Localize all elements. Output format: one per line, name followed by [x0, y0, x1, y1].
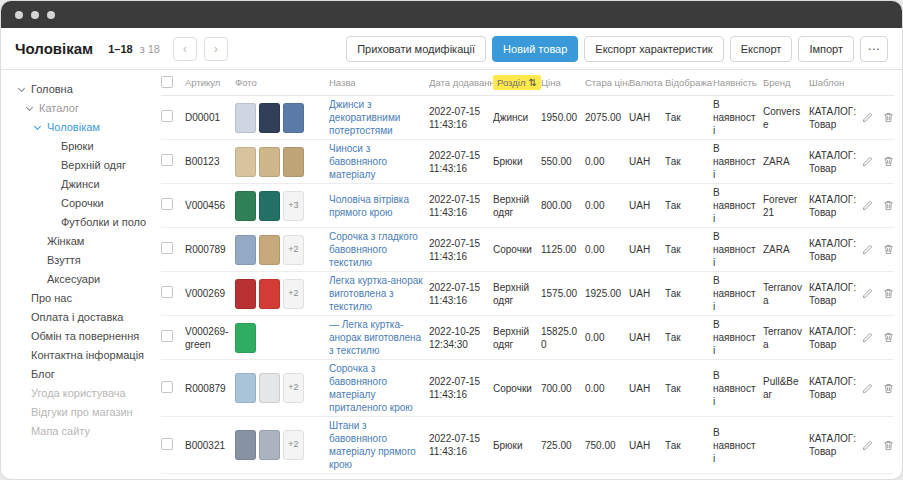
header-button-export[interactable]: Експорт [730, 36, 793, 62]
row-checkbox[interactable] [161, 381, 173, 393]
product-thumbnail[interactable] [259, 191, 280, 221]
window-control-close[interactable] [15, 11, 23, 19]
edit-icon[interactable] [863, 287, 874, 300]
sidebar-item[interactable]: Верхній одяг [1, 156, 153, 175]
chevron-down-icon[interactable] [18, 85, 25, 92]
row-checkbox[interactable] [161, 242, 173, 254]
product-thumbnail[interactable] [235, 191, 256, 221]
product-thumbnail[interactable] [235, 147, 256, 177]
product-name-link[interactable]: Легка куртка-анорак виготовлена з тексти… [329, 275, 423, 312]
header-button-more[interactable]: ⋯ [860, 36, 888, 62]
sidebar-item[interactable]: Джинси [1, 175, 153, 194]
edit-icon[interactable] [863, 331, 874, 344]
product-thumbnail[interactable] [235, 373, 256, 403]
delete-icon[interactable] [882, 111, 895, 124]
product-thumbnail[interactable] [259, 279, 280, 309]
product-thumbnail[interactable] [259, 147, 280, 177]
sidebar-item[interactable]: Оплата і доставка [1, 308, 153, 327]
column-header-stock[interactable]: Наявність [713, 77, 763, 88]
edit-icon[interactable] [863, 199, 874, 212]
product-name-link[interactable]: — Легка куртка-анорак виготовлена з текс… [329, 319, 421, 356]
column-header-date[interactable]: Дата додавання [429, 77, 493, 88]
edit-icon[interactable] [863, 243, 874, 256]
header-button-export-attributes[interactable]: Експорт характеристик [584, 36, 723, 62]
column-header-photo[interactable]: Фото [235, 77, 329, 88]
sidebar-item[interactable]: Головна [1, 80, 153, 99]
more-photos-badge[interactable]: +2 [283, 279, 304, 309]
product-thumbnail[interactable] [259, 235, 280, 265]
delete-icon[interactable] [882, 155, 895, 168]
sidebar-item[interactable]: Жінкам [1, 232, 153, 251]
delete-icon[interactable] [882, 287, 895, 300]
sidebar-item[interactable]: Аксесуари [1, 270, 153, 289]
product-thumbnail[interactable] [235, 103, 256, 133]
product-thumbnail[interactable] [283, 147, 304, 177]
header-button-new-product[interactable]: Новий товар [492, 36, 578, 62]
header-button-hide-modifications[interactable]: Приховати модифікації [346, 36, 486, 62]
next-page-button[interactable]: › [204, 37, 228, 61]
edit-icon[interactable] [863, 155, 874, 168]
sidebar-item[interactable]: Про нас [1, 289, 153, 308]
sidebar-item[interactable]: Футболки и поло [1, 213, 153, 232]
more-photos-badge[interactable]: +2 [283, 430, 304, 460]
column-header-template[interactable]: Шаблон [809, 77, 863, 88]
product-thumbnail[interactable] [235, 279, 256, 309]
delete-icon[interactable] [882, 331, 895, 344]
chevron-down-icon[interactable] [34, 123, 41, 130]
edit-icon[interactable] [863, 382, 874, 395]
product-thumbnail[interactable] [259, 103, 280, 133]
sidebar-item[interactable]: Брюки [1, 137, 153, 156]
column-header-section[interactable]: Розділ⇅ [493, 75, 541, 90]
sidebar-item[interactable]: Блог [1, 365, 153, 384]
column-header-name[interactable]: Назва [329, 77, 429, 88]
sidebar-item[interactable]: Обмін та повернення [1, 327, 153, 346]
delete-icon[interactable] [882, 199, 895, 212]
delete-icon[interactable] [882, 243, 895, 256]
product-name-link[interactable]: Сорочка з бавовняного матеріалу притален… [329, 363, 413, 413]
column-header-price[interactable]: Ціна [541, 77, 585, 88]
product-name-link[interactable]: Чиноси з бавовняного матеріалу [329, 143, 387, 180]
product-name-link[interactable]: Штани з бавовняного матеріалу прямого кр… [329, 420, 416, 470]
select-all-checkbox[interactable] [161, 76, 173, 88]
column-header-brand[interactable]: Бренд [763, 77, 809, 88]
sidebar-item[interactable]: Контактна інформація [1, 346, 153, 365]
prev-page-button[interactable]: ‹ [173, 37, 197, 61]
product-thumbnail[interactable] [259, 373, 280, 403]
product-name-link[interactable]: Джинси з декоративними потертостями [329, 99, 400, 136]
sidebar-item[interactable]: Відгуки про магазин [1, 403, 153, 422]
window-control-maximize[interactable] [47, 11, 55, 19]
chevron-down-icon[interactable] [26, 104, 33, 111]
row-checkbox[interactable] [161, 110, 173, 122]
sidebar-item[interactable]: Каталог [1, 99, 153, 118]
header-button-import[interactable]: Імпорт [798, 36, 854, 62]
product-thumbnail[interactable] [235, 430, 256, 460]
more-photos-badge[interactable]: +2 [283, 373, 304, 403]
column-header-old_price[interactable]: Стара ціна [585, 77, 629, 88]
edit-icon[interactable] [863, 111, 874, 124]
more-photos-badge[interactable]: +3 [283, 191, 304, 221]
product-name-link[interactable]: Сорочка з гладкого бавовняного текстилю [329, 231, 418, 268]
sort-icon[interactable]: ⇅ [528, 77, 536, 88]
sidebar-item[interactable]: Угода користувача [1, 384, 153, 403]
product-thumbnail[interactable] [283, 103, 304, 133]
row-checkbox[interactable] [161, 198, 173, 210]
product-thumbnail[interactable] [259, 430, 280, 460]
row-checkbox[interactable] [161, 438, 173, 450]
sidebar-item[interactable]: Сорочки [1, 194, 153, 213]
more-photos-badge[interactable]: +2 [283, 235, 304, 265]
sidebar-item[interactable]: Взуття [1, 251, 153, 270]
delete-icon[interactable] [882, 382, 895, 395]
product-thumbnail[interactable] [235, 323, 256, 353]
row-checkbox[interactable] [161, 154, 173, 166]
delete-icon[interactable] [882, 439, 895, 452]
sidebar-item[interactable]: Чоловікам [1, 118, 153, 137]
window-control-minimize[interactable] [31, 11, 39, 19]
sidebar-item[interactable]: Мапа сайту [1, 422, 153, 441]
row-checkbox[interactable] [161, 286, 173, 298]
edit-icon[interactable] [863, 439, 874, 452]
column-header-currency[interactable]: Валюта [629, 77, 665, 88]
product-thumbnail[interactable] [235, 235, 256, 265]
column-header-display[interactable]: Відображати [665, 77, 713, 88]
product-name-link[interactable]: Чоловіча вітрівка прямого крою [329, 194, 409, 218]
column-header-sku[interactable]: Артикул [185, 77, 235, 88]
